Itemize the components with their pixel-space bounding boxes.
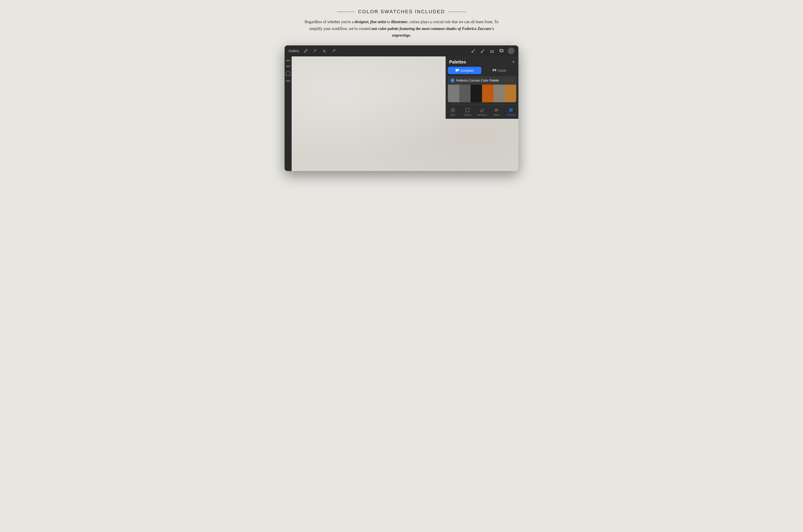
arrow-icon[interactable] [331, 48, 336, 54]
swatches-row [448, 84, 516, 102]
magic-wand-icon[interactable] [312, 48, 318, 54]
svg-rect-16 [456, 70, 459, 71]
svg-rect-19 [495, 69, 496, 71]
sidebar-handle-bot [286, 80, 290, 81]
page-title: COLOR SWATCHES INCLUDED [358, 9, 445, 15]
palettes-tool-label: Palettes [507, 114, 515, 116]
layers-icon[interactable] [498, 48, 504, 54]
cards-tab[interactable]: Cards [483, 67, 516, 74]
gallery-button[interactable]: Gallery [289, 49, 299, 53]
swatch-5[interactable] [493, 84, 505, 102]
svg-point-9 [472, 52, 473, 53]
color-circle[interactable] [508, 48, 514, 54]
compact-tab[interactable]: Compact [448, 67, 481, 74]
title-divider-left [337, 12, 354, 12]
title-line: COLOR SWATCHES INCLUDED [302, 9, 501, 15]
swatch-4[interactable] [482, 84, 493, 102]
sidebar-handle-top [286, 60, 290, 61]
svg-line-0 [313, 50, 316, 53]
palette-item: ✓ Federico Zuccaro Color Palette ··· [448, 76, 516, 102]
brush-icon[interactable] [471, 48, 476, 54]
disc-tool[interactable]: Disc [445, 107, 460, 117]
palette-item-name: Federico Zuccaro Color Palette [456, 79, 508, 82]
svg-rect-15 [456, 69, 459, 70]
svg-rect-30 [511, 110, 512, 112]
harmony-tool[interactable]: Harmony [475, 107, 489, 117]
classic-tool-label: Classic [463, 114, 471, 116]
eraser-icon[interactable] [489, 48, 495, 54]
app-toolbar: Gallery [285, 45, 518, 56]
compact-tab-label: Compact [460, 69, 474, 72]
svg-rect-17 [456, 71, 457, 72]
sidebar-square [286, 71, 290, 76]
title-divider-right [449, 12, 466, 12]
svg-rect-27 [509, 109, 511, 110]
svg-rect-28 [511, 109, 512, 110]
palette-panel-title: Palettes [449, 59, 466, 64]
swatch-3[interactable] [471, 84, 482, 102]
swatch-2[interactable] [459, 84, 471, 102]
palettes-tool[interactable]: Palettes [504, 107, 518, 117]
palette-add-button[interactable]: + [512, 59, 515, 64]
value-tool[interactable]: Value [489, 107, 504, 117]
svg-point-20 [451, 109, 455, 112]
swatch-1[interactable] [448, 84, 459, 102]
cards-tab-label: Cards [497, 69, 506, 72]
svg-rect-22 [466, 109, 469, 112]
color-tools-bar: Disc Classic Harmony [445, 104, 518, 119]
more-options-button[interactable]: ··· [510, 78, 514, 82]
value-tool-label: Value [493, 114, 499, 116]
swatch-6[interactable] [505, 84, 516, 102]
palette-panel-header: Palettes + [445, 56, 518, 67]
wrench-icon[interactable] [303, 48, 308, 54]
palette-item-header: ✓ Federico Zuccaro Color Palette ··· [448, 76, 516, 84]
svg-line-7 [332, 50, 335, 52]
sidebar-handle-mid [286, 66, 290, 67]
toolbar-right [471, 48, 514, 54]
palette-tab-bar: Compact Cards [445, 67, 518, 76]
harmony-tool-label: Harmony [477, 114, 487, 116]
classic-tool[interactable]: Classic [460, 107, 475, 117]
palette-list: ✓ Federico Zuccaro Color Palette ··· [445, 76, 518, 104]
left-sidebar [285, 56, 292, 171]
strikethrough-icon[interactable] [322, 48, 327, 54]
svg-rect-29 [509, 110, 511, 112]
disc-tool-label: Disc [451, 114, 455, 116]
title-section: COLOR SWATCHES INCLUDED Regardless of wh… [302, 9, 501, 39]
app-screenshot: Gallery [285, 45, 518, 171]
main-area: Palettes + Compact [285, 56, 518, 171]
toolbar-left: Gallery [289, 48, 336, 54]
check-icon: ✓ [451, 78, 454, 82]
smudge-icon[interactable] [480, 48, 485, 54]
palette-panel: Palettes + Compact [445, 56, 518, 119]
svg-rect-18 [493, 69, 494, 71]
svg-point-21 [452, 110, 454, 111]
page-description: Regardless of whether you're a designer,… [302, 19, 501, 39]
svg-line-8 [473, 49, 475, 52]
